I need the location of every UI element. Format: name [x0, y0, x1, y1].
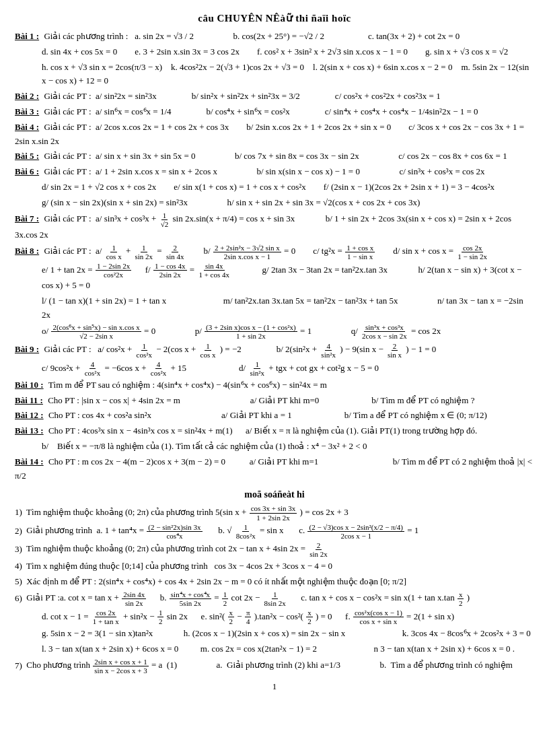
section2-title: moã soáñeàt hi: [15, 489, 534, 500]
bai6-row3: g/ (sin x − sin 2x)(sin x + sin 2x) = si…: [15, 196, 534, 210]
s2-3-num: 3): [15, 543, 24, 553]
s2-6-row4: l. 3 − tan x(tan x + 2sin x) + 6cos x = …: [15, 642, 534, 656]
section2-content: 1) Tìm nghiệm thuộc khoảng (0; 2π) của p…: [15, 504, 534, 674]
bai1-row2: d. sin 4x + cos 5x = 0 e. 3 + 2sin x.sin…: [15, 45, 534, 59]
bai13-text: Cho PT : 4cos³x sin x − 4sin³x cos x = s…: [48, 425, 477, 436]
s2-prob3: 3) Tìm nghiệm thuộc khoảng (0; 2π) của p…: [15, 541, 534, 558]
problem-6: Bài 6 : Giải các PT : a/ 1 + 2sin x.cos …: [15, 165, 534, 179]
bai14-label: Bài 14 :: [15, 456, 44, 467]
s2-6-row2: d. cot x − 1 = cos 2x1 + tan x + sin²x −…: [15, 609, 534, 625]
problem-2: Bài 2 : Giải các PT : a/ sin²2x = sin²3x…: [15, 90, 534, 104]
s2-5-text: Xác định m để PT : 2(sin⁴x + cos⁴x) + co…: [26, 576, 406, 586]
page-number: 1: [15, 681, 534, 692]
bai6-label: Bài 6 :: [15, 166, 39, 176]
bai5-text: Giải các PT : a/ sin x + sin 3x + sin 5x…: [44, 151, 507, 161]
bai3-text: Giải các PT : a/ sin⁶x = cos⁶x = 1/4 b/ …: [44, 106, 478, 116]
s2-6-row3: g. 5sin x − 2 = 3(1 − sin x)tan²x h. (2c…: [15, 627, 534, 641]
s2-prob1: 1) Tìm nghiệm thuộc khoảng (0; 2π) của p…: [15, 504, 534, 521]
bai9-label: Bài 9 :: [15, 344, 39, 354]
bai8-row2: e/ 1 + tan 2x = 1 − 2sin 2xcos²2x f/ 1 −…: [15, 262, 534, 293]
problem-3: Bài 3 : Giải các PT : a/ sin⁶x = cos⁶x =…: [15, 105, 534, 119]
s2-prob6: 6) Giải PT :a. cot x = tan x + 2sin 4xsi…: [15, 590, 534, 607]
problem-9: Bài 9 : Giải các PT : a/ cos²x + 1cos²x …: [15, 342, 534, 359]
problem-11: Bài 11 : Cho PT : |sin x − cos x| + 4sin…: [15, 394, 534, 408]
s2-2-text: Giải phương trình a. 1 + tan⁴x = (2 − si…: [26, 525, 418, 535]
bai1-text: Giải các phương trình : a. sin 2x = √3 /…: [44, 31, 460, 41]
problem-8: Bài 8 : Giải các PT : a/ 1cos x + 1sin 2…: [15, 244, 534, 261]
s2-prob2: 2) Giải phương trình a. 1 + tan⁴x = (2 −…: [15, 523, 534, 540]
s2-7-num: 7): [15, 660, 24, 670]
s2-prob4: 4) Tìm x nghiệm đúng thuộc [0;14] của ph…: [15, 559, 534, 574]
problem-7: Bài 7 : Giải các PT : a/ sin³x + cos³x +…: [15, 211, 534, 242]
bai6-text: Giải các PT : a/ 1 + 2sin x.cos x = sin …: [44, 166, 484, 176]
bai4-label: Bài 4 :: [15, 122, 39, 132]
bai8-label: Bài 8 :: [15, 246, 39, 256]
s2-6-text: Giải PT :a. cot x = tan x + 2sin 4xsin 2…: [26, 592, 470, 603]
problem-1: Bài 1 : Giải các phương trình : a. sin 2…: [15, 30, 534, 44]
s2-prob5: 5) Xác định m để PT : 2(sin⁴x + cos⁴x) +…: [15, 575, 534, 589]
bai10-label: Bài 10 :: [15, 380, 44, 390]
bai11-text: Cho PT : |sin x − cos x| + 4sin 2x = m a…: [48, 395, 474, 405]
s2-6-num: 6): [15, 592, 24, 603]
bai7-label: Bài 7 :: [15, 213, 39, 224]
bai1-label: Bài 1 :: [15, 31, 39, 41]
problems-section: Bài 1 : Giải các phương trình : a. sin 2…: [15, 30, 534, 483]
bai5-label: Bài 5 :: [15, 151, 39, 161]
bai8-row4: o/ 2(cos⁶x + sin⁵x) − sin x.cos x √2 − 2…: [15, 323, 534, 340]
s2-3-text: Tìm nghiệm thuộc khoảng (0; 2π) của phươ…: [26, 543, 330, 553]
problem-14: Bài 14 : Cho PT : m cos 2x − 4(m − 2)cos…: [15, 455, 534, 483]
bai4-text: Giải các PT : a/ 2cos x.cos 2x = 1 + cos…: [15, 122, 524, 146]
bai11-label: Bài 11 :: [15, 395, 43, 405]
bai9-row2: c/ 9cos²x + 4cos²x = −6cos x + 4cos²x + …: [15, 360, 534, 377]
bai1-row3: h. cos x + √3 sin x = 2cos(π/3 − x) k. 4…: [15, 61, 534, 89]
bai8-text: Giải các PT : a/ 1cos x + 1sin 2x = 2sin…: [44, 246, 489, 256]
bai12-text: Cho PT : cos 4x + cos²a sin²x a/ Giải PT…: [48, 410, 487, 420]
bai12-label: Bài 12 :: [15, 410, 44, 420]
bai13-row2: b/ Biết x = −π/8 là nghiệm của (1). Tìm …: [15, 440, 534, 454]
s2-prob7: 7) Cho phương trình 2sin x + cos x + 1si…: [15, 658, 534, 675]
s2-7-text: Cho phương trình 2sin x + cos x + 1sin x…: [26, 660, 513, 670]
s2-5-num: 5): [15, 576, 24, 586]
bai7-text: Giải các PT : a/ sin³x + cos³x + 1√2 sin…: [15, 213, 511, 240]
problem-13: Bài 13 : Cho PT : 4cos³x sin x − 4sin³x …: [15, 424, 534, 438]
s2-2-num: 2): [15, 525, 24, 535]
s2-4-text: Tìm x nghiệm đúng thuộc [0;14] của phươn…: [26, 561, 332, 571]
s2-1-num: 1): [15, 507, 24, 517]
main-title: câu CHUYÊN NÊàữ thi ñaïi hoïc: [15, 12, 534, 24]
bai2-text: Giải các PT : a/ sin²2x = sin²3x b/ sin²…: [44, 91, 440, 101]
bai2-label: Bài 2 :: [15, 91, 39, 101]
s2-1-text: Tìm nghiệm thuộc khoảng (0; 2π) của phươ…: [26, 507, 349, 517]
bai14-text: Cho PT : m cos 2x − 4(m − 2)cos x + 3(m …: [15, 456, 532, 481]
bai3-label: Bài 3 :: [15, 106, 39, 116]
problem-5: Bài 5 : Giải các PT : a/ sin x + sin 3x …: [15, 149, 534, 164]
s2-4-num: 4): [15, 561, 24, 571]
problem-12: Bài 12 : Cho PT : cos 4x + cos²a sin²x a…: [15, 409, 534, 423]
bai8-row3: l/ (1 − tan x)(1 + sin 2x) = 1 + tan x m…: [15, 294, 534, 322]
problem-4: Bài 4 : Giải các PT : a/ 2cos x.cos 2x =…: [15, 121, 534, 149]
bai10-text: Tìm m để PT sau có nghiệm : 4(sin⁴x + co…: [48, 380, 327, 390]
bai9-text: Giải các PT : a/ cos²x + 1cos²x − 2(cos …: [44, 344, 436, 354]
bai6-row2: d/ sin 2x = 1 + √2 cos x + cos 2x e/ sin…: [15, 180, 534, 195]
bai13-label: Bài 13 :: [15, 425, 44, 436]
problem-10: Bài 10 : Tìm m để PT sau có nghiệm : 4(s…: [15, 378, 534, 392]
